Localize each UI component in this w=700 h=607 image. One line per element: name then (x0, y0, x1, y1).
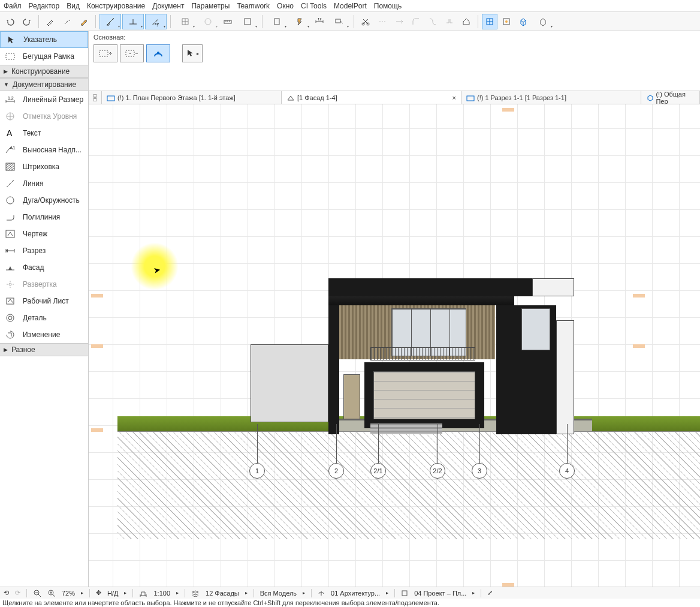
tool-pointer[interactable]: Указатель (0, 31, 88, 48)
pencil-button[interactable] (76, 14, 92, 29)
menu-construct[interactable]: Конструирование (87, 2, 145, 10)
svg-text:A1: A1 (10, 146, 16, 151)
3d-cube-button[interactable] (515, 14, 531, 29)
tool-detail[interactable]: Деталь (0, 309, 88, 326)
view-name[interactable]: 12 Фасады (206, 590, 239, 597)
mirror-button[interactable] (442, 14, 457, 29)
svg-point-22 (7, 314, 14, 321)
offset-button[interactable] (425, 14, 440, 29)
zoom-value[interactable]: 72% (62, 590, 75, 597)
snap-settings[interactable]: ▾ (197, 14, 219, 29)
filter-icon[interactable] (318, 590, 325, 597)
tool-marquee[interactable]: Бегущая Рамка (0, 48, 88, 65)
layer-button[interactable]: ▾ (237, 14, 258, 29)
measure-mode-2[interactable]: ▾ (122, 14, 144, 29)
ruler-button[interactable] (220, 14, 236, 29)
trim-button[interactable] (375, 14, 390, 29)
group-construct[interactable]: ▶Конструирование (0, 65, 88, 78)
grid-toggle[interactable]: ▾ (174, 14, 196, 29)
tab-elevation[interactable]: [1 Фасад 1-4] × (282, 91, 461, 104)
menu-help[interactable]: Помощь (374, 2, 402, 10)
menu-teamwork[interactable]: Teamwork (237, 2, 270, 10)
tool-dimension[interactable]: 1.2 Линейный Размер (0, 91, 88, 108)
book-icon[interactable] (401, 590, 408, 597)
label-tool[interactable]: ▾ (328, 14, 350, 29)
tool-label[interactable]: A1 Выносная Надп... (0, 142, 88, 158)
selmode-2[interactable] (120, 44, 144, 62)
svg-rect-32 (107, 96, 114, 101)
svg-text:12: 12 (318, 17, 322, 21)
menu-editor[interactable]: Редактор (29, 2, 60, 10)
tool-worksheet[interactable]: Рабочий Лист (0, 293, 88, 309)
svg-rect-4 (274, 19, 279, 25)
scale-value[interactable]: 1:100 (153, 590, 170, 597)
svg-text:A: A (7, 128, 13, 138)
tool-hatch[interactable]: Штриховка (0, 158, 88, 175)
3d-options[interactable]: ▾ (532, 14, 554, 29)
selmode-arrow[interactable]: ▸ (182, 44, 203, 62)
layers-icon[interactable] (191, 590, 200, 597)
pan-icon[interactable]: ✥ (96, 589, 101, 597)
menu-modelport[interactable]: ModelPort (334, 2, 367, 10)
tool-interior[interactable]: Развертка (0, 276, 88, 293)
tool-arc[interactable]: Дуга/Окружность (0, 192, 88, 209)
menu-window[interactable]: Окно (277, 2, 294, 10)
dimension-tool[interactable]: 12 (312, 14, 327, 29)
axis-line (437, 424, 438, 465)
link-button[interactable]: ▾ (289, 14, 310, 29)
menu-params[interactable]: Параметры (191, 2, 230, 10)
home-button[interactable] (458, 14, 474, 29)
menu-citools[interactable]: CI Tools (301, 2, 327, 10)
extend-button[interactable] (391, 14, 407, 29)
drawing-canvas[interactable]: 1 2 2/1 2/2 3 4 ➤ (89, 104, 700, 589)
view-tabs: (!) 1. План Первого Этажа [1. 1-й этаж] … (89, 91, 700, 104)
tool-line[interactable]: Линия (0, 175, 88, 192)
menu-document[interactable]: Документ (152, 2, 184, 10)
tool-drawing[interactable]: Чертеж (0, 226, 88, 242)
expand-icon[interactable]: ⤢ (487, 589, 493, 597)
model-label[interactable]: Вся Модель (260, 590, 297, 597)
tool-label: Штриховка (23, 163, 59, 171)
group-misc[interactable]: ▶Разное (0, 343, 88, 356)
project-label[interactable]: 04 Проект – Пл... (414, 590, 466, 597)
tool-text[interactable]: A Текст (0, 125, 88, 142)
tool-level[interactable]: Отметка Уровня (0, 108, 88, 125)
clipboard-button[interactable]: ▾ (266, 14, 288, 29)
tab-floorplan[interactable]: (!) 1. План Первого Этажа [1. 1-й этаж] (102, 91, 282, 104)
zoom-out-icon[interactable] (33, 589, 41, 597)
arch-label[interactable]: 01 Архитектур... (331, 590, 380, 597)
menu-view[interactable]: Вид (67, 2, 80, 10)
tool-section[interactable]: Разрез (0, 242, 88, 259)
separator (38, 15, 39, 28)
selmode-1[interactable] (93, 44, 117, 62)
tool-label: Изменение (23, 330, 60, 339)
tab-grid-overview[interactable] (89, 91, 102, 104)
measure-mode-3[interactable]: xy▾ (145, 14, 167, 29)
selmode-3[interactable] (146, 44, 170, 62)
nav-back-icon[interactable]: ⟲ (4, 589, 9, 597)
menu-file[interactable]: Файл (4, 2, 22, 10)
measure-mode-1[interactable]: ▾ (99, 14, 121, 29)
close-icon[interactable]: × (452, 94, 456, 101)
cut-button[interactable] (358, 14, 373, 29)
view-mode-1[interactable] (482, 14, 497, 29)
redo-button[interactable] (19, 14, 35, 29)
fillet-button[interactable] (408, 14, 424, 29)
main-toolbar: ▾ ▾ xy▾ ▾ ▾ ▾ ▾ ▾ 12 ▾ ▾ (0, 12, 700, 31)
tab-perspective[interactable]: (!) Общая Пер (641, 91, 700, 104)
nav-fwd-icon[interactable]: ⟳ (15, 589, 20, 597)
undo-button[interactable] (2, 14, 18, 29)
svg-rect-12 (6, 53, 14, 59)
svg-rect-6 (336, 19, 340, 23)
tab-section[interactable]: (!) 1 Разрез 1-1 [1 Разрез 1-1] (461, 91, 641, 104)
separator (478, 15, 478, 28)
group-document[interactable]: ▼Документирование (0, 78, 88, 91)
eyedropper-button[interactable] (43, 14, 58, 29)
zoom-in-icon[interactable] (47, 589, 56, 597)
tool-elevation[interactable]: Фасад (0, 259, 88, 276)
syringe-button[interactable] (59, 14, 75, 29)
tool-polyline[interactable]: Полилиния (0, 209, 88, 226)
tool-change[interactable]: Изменение (0, 326, 88, 343)
svg-text:xy: xy (155, 22, 159, 26)
view-mode-2[interactable] (499, 14, 514, 29)
